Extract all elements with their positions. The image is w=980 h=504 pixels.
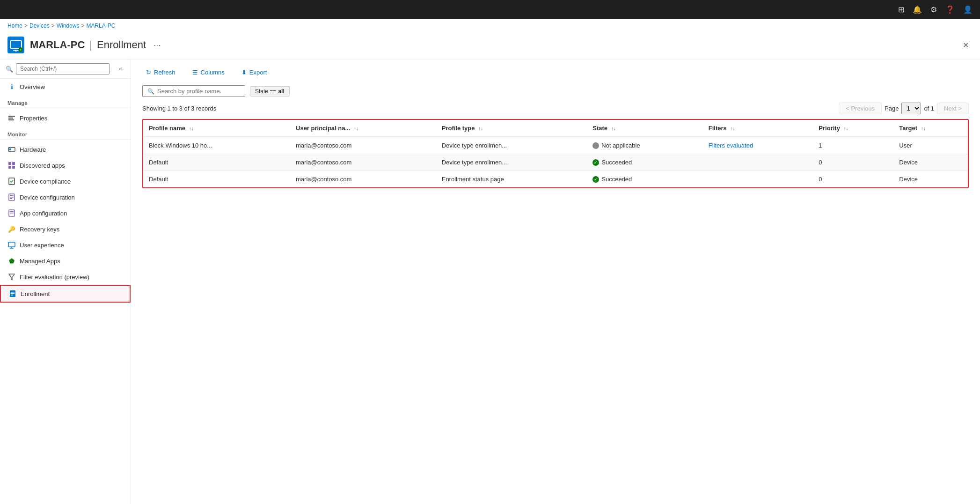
sidebar-item-hardware[interactable]: Hardware [0, 141, 131, 157]
sidebar-item-managed-apps[interactable]: ⬟ Managed Apps [0, 253, 131, 269]
sidebar-item-user-experience[interactable]: User experience [0, 237, 131, 253]
cell-state: ✓ Succeeded [587, 154, 702, 171]
col-state[interactable]: State ↑↓ [587, 120, 702, 137]
prev-button[interactable]: < Previous [839, 103, 882, 114]
sidebar-label-device-compliance: Device compliance [20, 178, 71, 185]
cell-target: User [893, 137, 968, 154]
columns-button[interactable]: ☰ Columns [189, 67, 228, 78]
export-button[interactable]: ⬇ Export [238, 67, 271, 78]
cell-priority: 0 [813, 171, 893, 188]
more-button[interactable]: ··· [151, 39, 163, 51]
table-row[interactable]: Default marla@contoso.com Enrollment sta… [143, 171, 968, 188]
config-icon [7, 193, 16, 201]
search-icon-sidebar: 🔍 [6, 66, 13, 73]
apps-icon [7, 161, 16, 170]
records-bar: Showing 1 to 3 of 3 records < Previous P… [142, 103, 969, 114]
sidebar-item-recovery-keys[interactable]: 🔑 Recovery keys [0, 221, 131, 237]
columns-icon: ☰ [192, 69, 198, 76]
svg-marker-26 [9, 274, 15, 280]
breadcrumb-device[interactable]: MARLA-PC [86, 22, 115, 29]
sidebar-item-properties[interactable]: Properties [0, 110, 131, 126]
page-label: Page [885, 105, 899, 112]
sidebar-label-recovery-keys: Recovery keys [20, 226, 59, 233]
table-header-row: Profile name ↑↓ User principal na... ↑↓ … [143, 120, 968, 137]
table-row[interactable]: Default marla@contoso.com Device type en… [143, 154, 968, 171]
sort-icon-user-principal: ↑↓ [354, 126, 358, 131]
col-priority[interactable]: Priority ↑↓ [813, 120, 893, 137]
main-panel: ↻ Refresh ☰ Columns ⬇ Export 🔍 [131, 59, 980, 504]
breadcrumb-sep-3: > [81, 22, 84, 29]
state-dot: ✓ [592, 176, 599, 183]
search-input[interactable] [16, 63, 110, 74]
refresh-button[interactable]: ↻ Refresh [142, 67, 179, 78]
state-filter-tag[interactable]: State == all [250, 86, 290, 96]
cell-user-principal: marla@contoso.com [290, 154, 436, 171]
cell-profile-type: Enrollment status page [436, 171, 587, 188]
sidebar-label-discovered-apps: Discovered apps [20, 162, 65, 169]
records-count: Showing 1 to 3 of 3 records [142, 105, 216, 112]
managedapps-icon: ⬟ [7, 257, 16, 265]
search-input-profile[interactable] [157, 88, 240, 95]
svg-rect-23 [8, 242, 15, 247]
col-profile-type[interactable]: Profile type ↑↓ [436, 120, 587, 137]
col-profile-name[interactable]: Profile name ↑↓ [143, 120, 290, 137]
svg-rect-7 [8, 118, 13, 119]
sidebar-item-app-configuration[interactable]: App configuration [0, 205, 131, 221]
sidebar-label-hardware: Hardware [20, 146, 46, 153]
filter-label: State == [255, 88, 276, 95]
filters-link[interactable]: Filters evaluated [709, 142, 753, 149]
cell-state: Not applicable [587, 137, 702, 154]
filter-icon [7, 273, 16, 281]
col-user-principal[interactable]: User principal na... ↑↓ [290, 120, 436, 137]
cell-priority: 0 [813, 154, 893, 171]
breadcrumb-sep-1: > [24, 22, 28, 29]
svg-rect-6 [8, 116, 15, 117]
next-button[interactable]: Next > [937, 103, 969, 114]
settings-icon[interactable]: ⚙ [930, 5, 937, 14]
page-select[interactable]: 1 [901, 103, 921, 114]
sidebar-item-discovered-apps[interactable]: Discovered apps [0, 157, 131, 173]
sidebar-collapse-button[interactable]: « [116, 65, 125, 73]
bell-icon[interactable]: 🔔 [913, 5, 922, 14]
enrollment-table-wrap: Profile name ↑↓ User principal na... ↑↓ … [142, 119, 969, 188]
sidebar-item-device-configuration[interactable]: Device configuration [0, 189, 131, 205]
sidebar-item-overview[interactable]: ℹ Overview [0, 79, 131, 95]
breadcrumb-windows[interactable]: Windows [57, 22, 80, 29]
svg-rect-12 [12, 162, 15, 165]
sidebar-label-user-experience: User experience [20, 242, 64, 249]
close-button[interactable]: ✕ [959, 39, 973, 52]
grid-icon[interactable]: ⊞ [898, 5, 904, 14]
sidebar-item-filter-evaluation[interactable]: Filter evaluation (preview) [0, 269, 131, 285]
breadcrumb-devices[interactable]: Devices [29, 22, 50, 29]
col-filters[interactable]: Filters ↑↓ [703, 120, 813, 137]
col-target[interactable]: Target ↑↓ [893, 120, 968, 137]
sort-icon-target: ↑↓ [921, 126, 926, 131]
sidebar-item-enrollment[interactable]: Enrollment [0, 285, 131, 303]
page-header: + MARLA-PC | Enrollment ··· ✕ [0, 33, 980, 59]
svg-rect-11 [8, 162, 11, 165]
user-icon[interactable]: 👤 [963, 5, 973, 14]
page-of: of 1 [924, 105, 934, 112]
help-icon[interactable]: ❓ [945, 5, 955, 14]
sidebar-item-device-compliance[interactable]: Device compliance [0, 173, 131, 189]
sort-icon-filters: ↑↓ [730, 126, 735, 131]
refresh-icon: ↻ [146, 69, 151, 76]
sort-icon-state: ↑↓ [611, 126, 616, 131]
cell-filters [703, 154, 813, 171]
page-section-name: Enrollment [97, 39, 146, 51]
sort-icon-priority: ↑↓ [843, 126, 848, 131]
state-text: Succeeded [601, 159, 632, 166]
profile-search[interactable]: 🔍 [142, 85, 245, 97]
table-row[interactable]: Block Windows 10 ho... marla@contoso.com… [143, 137, 968, 154]
page-title-sep: | [89, 39, 92, 51]
cell-profile-name: Default [143, 171, 290, 188]
refresh-label: Refresh [154, 69, 176, 76]
export-label: Export [249, 69, 267, 76]
cell-filters[interactable]: Filters evaluated [703, 137, 813, 154]
cell-user-principal: marla@contoso.com [290, 137, 436, 154]
sidebar-search-area: 🔍 « [0, 59, 131, 79]
cell-profile-type: Device type enrollmen... [436, 137, 587, 154]
svg-rect-21 [10, 211, 14, 212]
col-target-label: Target [899, 125, 917, 132]
breadcrumb-home[interactable]: Home [7, 22, 22, 29]
